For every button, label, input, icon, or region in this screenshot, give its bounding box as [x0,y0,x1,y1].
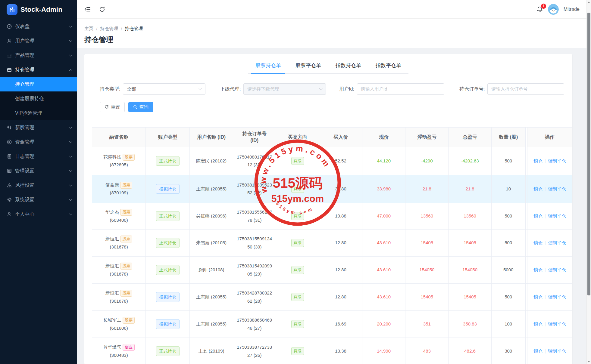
total-pl-cell: 350.83 [449,311,491,338]
tab-index-position[interactable]: 指数持仓单 [331,62,365,73]
menu-collapse-icon[interactable] [84,6,91,13]
scrollbar-down-arrow[interactable] [588,361,590,362]
column-header: 现价 [362,128,405,147]
order-no-cell: 1750338865046946 (27) [233,311,276,338]
gear-icon [7,197,12,202]
order-no-cell: 1750408017031712 (33) [233,147,276,175]
lock-position-link[interactable]: 锁仓 [533,321,543,326]
force-close-link[interactable]: 强制平仓 [548,267,566,272]
direction-tag: 買漲 [291,320,304,328]
bell-icon[interactable]: 1 [536,6,543,13]
person-icon [7,211,12,217]
logs-icon [7,154,12,159]
stock-cell: 新恒汇 股票(301678) [92,284,146,311]
sidebar-item-new-stock-mgmt[interactable]: 新股管理 [0,120,77,135]
sidebar-item-log-mgmt[interactable]: 日志管理 [0,149,77,164]
lock-position-link[interactable]: 锁仓 [533,158,543,163]
quantity-cell: 500 [491,230,525,257]
sidebar-item-profile-center[interactable]: 个人中心 [0,207,77,221]
funds-icon [7,139,12,145]
gauge-icon [7,24,12,29]
sidebar-item-system-settings[interactable]: 系统设置 [0,193,77,207]
force-close-link[interactable]: 强制平仓 [548,294,566,299]
submenu-position-mgmt: 持仓管理创建股票持仓VIP抢筹管理 [0,77,77,120]
scrollbar-up-arrow[interactable] [588,2,590,3]
direction-cell: 買漲 [276,284,319,311]
force-close-link[interactable]: 强制平仓 [548,158,566,163]
user-cell: 王志顺 (20055) [190,175,233,203]
sidebar-item-dashboard[interactable]: 仪表盘 [0,19,77,34]
order-no-cell: 1750381550912450 (30) [233,230,276,257]
scrollbar-thumb[interactable] [587,13,590,295]
search-button[interactable]: 查询 [128,102,153,112]
total-pl-cell: 21.8 [449,175,491,203]
breadcrumb-item[interactable]: 主页 [84,26,93,32]
force-close-link[interactable]: 强制平仓 [548,213,566,218]
account-type-cell: 正式持仓 [146,147,190,175]
breadcrumb: 主页/持仓管理/持仓管理 [84,26,584,32]
sidebar-item-risk-settings[interactable]: 风控设置 [0,178,77,193]
force-close-link[interactable]: 强制平仓 [548,321,566,326]
column-header: 买入价 [319,128,362,147]
tab-stock-position[interactable]: 股票持仓单 [251,62,285,73]
chevron-down-icon [69,183,72,186]
force-close-link[interactable]: 强制平仓 [548,186,566,191]
refresh-icon[interactable] [99,6,105,13]
sidebar-item-position-mgmt[interactable]: 持仓管理 [0,63,77,77]
chevron-down-icon [199,87,202,90]
input-user-id[interactable]: 请输入用户Id [357,83,444,95]
lock-position-link[interactable]: 锁仓 [533,348,543,353]
direction-cell: 買漲 [276,230,319,257]
direction-tag: 買漲 [291,239,304,247]
sidebar-item-admin-settings[interactable]: 管理设置 [0,164,77,178]
username[interactable]: Mitrade [564,7,580,12]
sidebar-item-product-mgmt[interactable]: 产品管理 [0,48,77,63]
stock-type-tag: 股票 [120,263,132,270]
order-no-cell: 1750333877273327 (26) [233,338,276,364]
lock-position-link[interactable]: 锁仓 [533,267,543,272]
app-logo-icon [7,4,17,15]
table-row: 新恒汇 股票(301678)正式持仓朱雪娇 (20105)17503815509… [92,230,572,257]
lock-position-link[interactable]: 锁仓 [533,294,543,299]
force-close-link[interactable]: 强制平仓 [548,240,566,245]
placeholder-text: 请选择下级代理 [247,86,279,92]
column-header: 浮动盈亏 [405,128,449,147]
user-cell: 吴征燕 (20096) [190,203,233,230]
scrollbar[interactable] [586,0,591,364]
select-position-type[interactable]: 全部 [123,83,205,95]
breadcrumb-separator: / [121,26,122,31]
filter-position-type: 持仓类型:全部 [100,83,205,95]
breadcrumb-item[interactable]: 持仓管理 [100,26,118,32]
stock-cell: 新恒汇 股票(301678) [92,230,146,257]
select-sub-agent[interactable]: 请选择下级代理 [243,83,326,95]
stock-cell: 华之杰 股票(603400) [92,203,146,230]
input-order-no[interactable]: 请输入持仓订单号 [487,83,564,95]
search-icon [133,105,137,109]
position-icon [7,67,12,72]
direction-tag: 買漲 [291,347,304,355]
account-type-tag: 正式持仓 [156,265,180,275]
filter-sub-agent: 下级代理:请选择下级代理 [220,83,326,95]
chevron-down-icon [69,125,72,128]
table-row: 新恒汇 股票(301678)正式持仓厨师 (20108)175038154920… [92,257,572,284]
sidebar-subitem-create-stock-position[interactable]: 创建股票持仓 [0,91,77,106]
adminset-icon [7,168,12,174]
page-title: 持仓管理 [84,35,584,45]
stock-cell: 首华燃气 创业(300483) [92,338,146,364]
app-title: Stock-Admin [20,6,62,14]
logo-row[interactable]: Stock-Admin [0,0,77,19]
lock-position-link[interactable]: 锁仓 [533,186,543,191]
tab-stock-close[interactable]: 股票平仓单 [291,62,325,73]
tab-index-close[interactable]: 指数平仓单 [371,62,405,73]
sidebar-subitem-vip-grab-mgmt[interactable]: VIP抢筹管理 [0,106,77,120]
sidebar-item-user-mgmt[interactable]: 用户管理 [0,34,77,48]
float-pl-cell: 15405 [405,284,449,311]
force-close-link[interactable]: 强制平仓 [548,348,566,353]
reset-button[interactable]: 重置 [100,102,125,112]
sidebar-subitem-position-mgmt-list[interactable]: 持仓管理 [0,77,77,91]
avatar[interactable] [548,4,559,15]
sidebar-item-funds-mgmt[interactable]: 资金管理 [0,135,77,149]
direction-cell: 買漲 [276,338,319,364]
lock-position-link[interactable]: 锁仓 [533,213,543,218]
lock-position-link[interactable]: 锁仓 [533,240,543,245]
